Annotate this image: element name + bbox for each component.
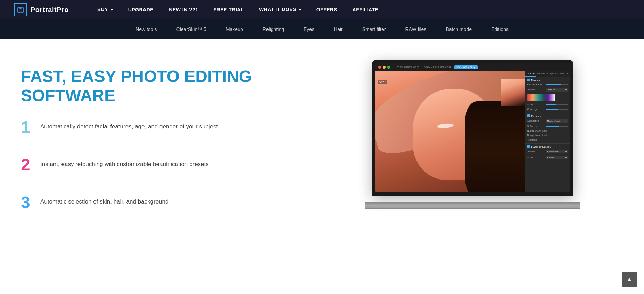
after-label: After bbox=[378, 80, 387, 84]
nav-link-what-it-does[interactable]: WHAT IT DOES ▾ bbox=[251, 0, 309, 20]
shine-slider[interactable] bbox=[546, 104, 568, 105]
thumbnail-image bbox=[501, 79, 525, 106]
panel-row-softness: Softness bbox=[525, 124, 570, 128]
nav-item-what-it-does[interactable]: WHAT IT DOES ▾ bbox=[251, 0, 309, 20]
portrait-hair bbox=[465, 101, 525, 192]
feature-text-3: Automatic selection of skin, hair, and b… bbox=[40, 194, 169, 206]
chrome-maximize bbox=[387, 66, 390, 69]
subnav-relighting[interactable]: Relighting bbox=[253, 19, 294, 39]
screen-tab-after-only[interactable]: View After Only bbox=[454, 65, 478, 69]
panel-section-lower-eyelashes-label: Lower EyeLashes bbox=[525, 144, 570, 149]
feature-text-2: Instant, easy retouching with customizab… bbox=[40, 157, 209, 168]
panel-section-presence: Presence Application Medium Appli... ▾ bbox=[525, 113, 570, 144]
screen-tab-before-only[interactable]: View Before Only bbox=[395, 65, 421, 69]
presence-checkbox[interactable] bbox=[527, 114, 530, 117]
feature-text-1: Automatically detect facial features, ag… bbox=[40, 119, 218, 131]
panel-row-nudge-upper: Nudge Upper Lash bbox=[525, 128, 570, 133]
panel-row-shine: Shine bbox=[525, 102, 570, 107]
panel-tab-presets[interactable]: Presets bbox=[536, 71, 546, 77]
nav-link-affiliate[interactable]: AFFILIATE bbox=[345, 0, 386, 19]
app-right-panel: Controls Presets Snapshots Masking Makeu… bbox=[525, 71, 570, 192]
nav-link-upgrade[interactable]: UPGRADE bbox=[121, 0, 162, 19]
eyelash-texture-dropdown[interactable]: Sparse Natu... ▾ bbox=[546, 150, 568, 153]
top-navigation: PortraitPro BUY ▾ UPGRADE NEW IN V21 FRE… bbox=[0, 0, 644, 19]
hero-feature-2: 2 Instant, easy retouching with customiz… bbox=[21, 157, 322, 173]
feature-number-1: 1 bbox=[21, 119, 35, 136]
what-it-does-caret: ▾ bbox=[299, 8, 301, 12]
sub-navigation: New tools ClearSkin™ 5 Makeup Relighting… bbox=[0, 19, 644, 39]
panel-tab-masking[interactable]: Masking bbox=[559, 71, 570, 77]
subnav-new-tools[interactable]: New tools bbox=[126, 19, 166, 39]
thumbnail-preview bbox=[501, 79, 525, 106]
makeup-checkbox[interactable] bbox=[527, 79, 530, 81]
nav-item-new-in-v21[interactable]: NEW IN V21 bbox=[161, 0, 206, 19]
panel-row-application: Application Medium Appli... ▾ bbox=[525, 118, 570, 124]
panel-row-coverage: Coverage bbox=[525, 107, 570, 111]
panel-section-presence-label: Presence bbox=[525, 113, 570, 118]
panel-tab-snapshots[interactable]: Snapshots bbox=[546, 71, 559, 77]
laptop-foot bbox=[365, 208, 580, 209]
nav-link-new-in-v21[interactable]: NEW IN V21 bbox=[161, 0, 206, 19]
panel-row-eyelash-shine: Shine Banned ▾ bbox=[525, 154, 570, 160]
subnav-makeup[interactable]: Makeup bbox=[216, 19, 253, 39]
eyelash-shine-dropdown[interactable]: Banned ▾ bbox=[546, 156, 568, 159]
lower-eyelashes-checkbox[interactable] bbox=[527, 145, 530, 148]
chrome-minimize bbox=[383, 66, 386, 69]
hero-feature-3: 3 Automatic selection of skin, hair, and… bbox=[21, 194, 322, 211]
color-swatch[interactable] bbox=[527, 94, 555, 101]
screen-chrome-bar: View Before Only View Before and After V… bbox=[375, 63, 570, 71]
buy-caret: ▾ bbox=[111, 8, 113, 12]
subnav-eyes[interactable]: Eyes bbox=[294, 19, 324, 39]
nav-link-offers[interactable]: OFFERS bbox=[309, 0, 345, 19]
feature-number-2: 2 bbox=[21, 157, 35, 173]
svg-rect-2 bbox=[19, 7, 20, 8]
blusher-fade-slider[interactable] bbox=[546, 84, 568, 85]
softness-slider[interactable] bbox=[546, 126, 568, 127]
chrome-close bbox=[378, 66, 381, 69]
laptop-base bbox=[365, 202, 580, 209]
texture-dropdown[interactable]: Texture 4 ▾ bbox=[546, 88, 568, 92]
subnav-batch-mode[interactable]: Batch mode bbox=[436, 19, 481, 39]
nav-item-free-trial[interactable]: FREE TRIAL bbox=[206, 0, 251, 19]
panel-row-texturing: Texturing bbox=[525, 137, 570, 142]
panel-row-eyelash-texture: Texture Sparse Natu... ▾ bbox=[525, 149, 570, 154]
subnav-raw-files[interactable]: RAW files bbox=[395, 19, 436, 39]
panel-row-nudge-lower: Nudge Lower Lash bbox=[525, 133, 570, 137]
hero-text-block: FAST, EASY PHOTO EDITING SOFTWARE 1 Auto… bbox=[21, 60, 322, 211]
hero-features-list: 1 Automatically detect facial features, … bbox=[21, 119, 322, 211]
nav-link-buy[interactable]: BUY ▾ bbox=[90, 0, 121, 20]
subnav-clearskin[interactable]: ClearSkin™ 5 bbox=[167, 19, 216, 39]
nav-item-affiliate[interactable]: AFFILIATE bbox=[345, 0, 386, 19]
panel-section-makeup-label: Makeup bbox=[525, 77, 570, 82]
laptop-mockup: View Before Only View Before and After V… bbox=[365, 60, 580, 209]
portrait-eye-highlight bbox=[437, 123, 454, 129]
panel-section-makeup: Makeup Blusher Fade Texture bbox=[525, 77, 570, 113]
subnav-hair[interactable]: Hair bbox=[324, 19, 353, 39]
nav-item-offers[interactable]: OFFERS bbox=[309, 0, 345, 19]
screen-tab-before-after[interactable]: View Before and After bbox=[422, 65, 453, 69]
app-content: After Controls Presets Snap bbox=[375, 71, 570, 192]
hero-feature-1: 1 Automatically detect facial features, … bbox=[21, 119, 322, 136]
subnav-smart-filter[interactable]: Smart filter bbox=[353, 19, 396, 39]
nav-item-upgrade[interactable]: UPGRADE bbox=[121, 0, 162, 19]
laptop-screen-inner: View Before Only View Before and After V… bbox=[375, 63, 570, 192]
subnav-editions[interactable]: Editions bbox=[481, 19, 518, 39]
feature-number-3: 3 bbox=[21, 194, 35, 211]
panel-row-texture: Texture Texture 4 ▾ bbox=[525, 87, 570, 93]
coverage-slider[interactable] bbox=[546, 109, 568, 110]
logo-link[interactable]: PortraitPro bbox=[14, 3, 69, 16]
panel-row-blusher-fade: Blusher Fade bbox=[525, 82, 570, 87]
texturing-slider[interactable] bbox=[546, 140, 568, 140]
main-nav-links: BUY ▾ UPGRADE NEW IN V21 FREE TRIAL WHAT… bbox=[90, 0, 386, 20]
logo-icon bbox=[14, 3, 27, 16]
panel-tab-controls[interactable]: Controls bbox=[525, 71, 536, 77]
laptop-screen-outer: View Before Only View Before and After V… bbox=[372, 60, 573, 196]
screen-tabs: View Before Only View Before and After V… bbox=[395, 65, 478, 69]
panel-section-lower-eyelashes: Lower EyeLashes Texture Sparse Natu... ▾ bbox=[525, 144, 570, 162]
nav-item-buy[interactable]: BUY ▾ bbox=[90, 0, 121, 20]
hero-section: FAST, EASY PHOTO EDITING SOFTWARE 1 Auto… bbox=[0, 39, 644, 262]
brand-name: PortraitPro bbox=[31, 6, 69, 14]
nav-link-free-trial[interactable]: FREE TRIAL bbox=[206, 0, 251, 19]
panel-tabs: Controls Presets Snapshots Masking bbox=[525, 71, 570, 77]
application-dropdown[interactable]: Medium Appli... ▾ bbox=[546, 119, 568, 123]
